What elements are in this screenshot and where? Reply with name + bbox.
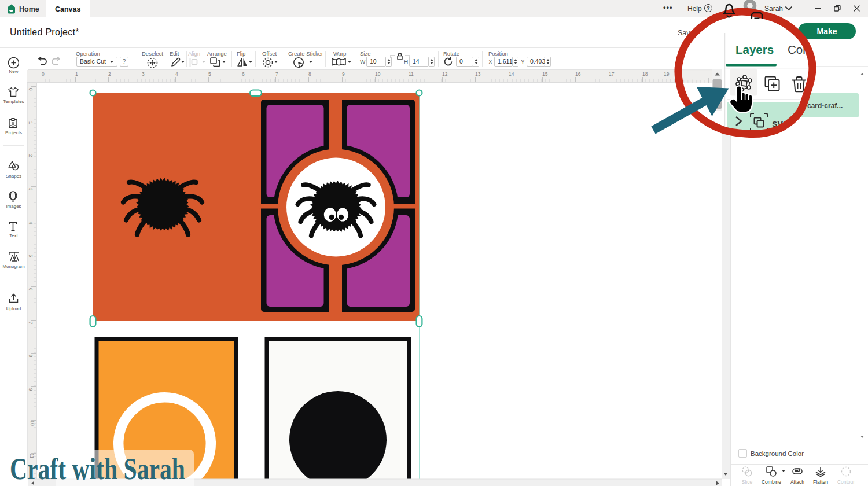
svg-text:Layers: Layers (735, 43, 774, 56)
svg-text:Craft with Sarah: Craft with Sarah (10, 452, 185, 485)
